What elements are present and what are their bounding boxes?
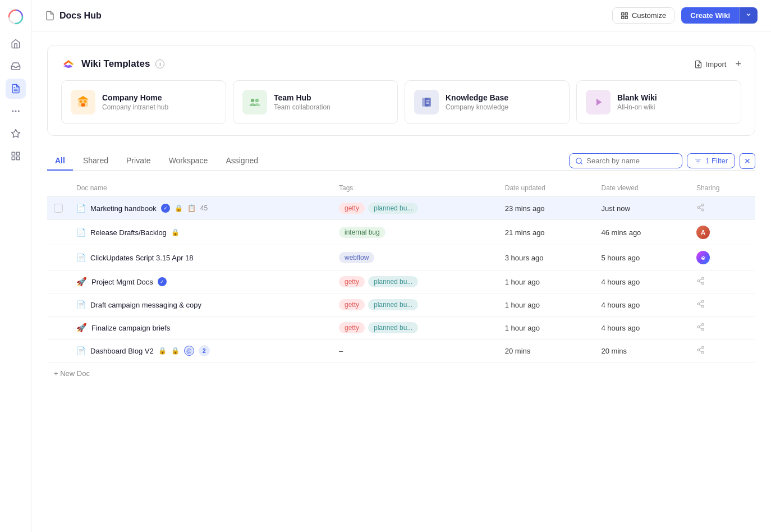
row-checkbox[interactable]: [54, 204, 63, 213]
header-title: Docs Hub: [45, 11, 605, 21]
share-icon[interactable]: [696, 204, 705, 213]
sidebar-icon-grid[interactable]: [6, 146, 26, 166]
sidebar-icon-docs[interactable]: [6, 79, 26, 99]
svg-rect-11: [622, 12, 624, 15]
doc-name-text[interactable]: Project Mgmt Docs: [91, 278, 153, 286]
tags-container: internal bug: [339, 227, 492, 238]
app-logo[interactable]: [6, 7, 26, 27]
header-actions: Customize Create Wiki: [612, 7, 758, 24]
tag-planned[interactable]: planned bu...: [368, 322, 418, 333]
tag-planned[interactable]: planned bu...: [368, 203, 418, 214]
template-blank-wiki[interactable]: Blank Wiki All-in-on wiki: [576, 80, 741, 124]
tabs-row: All Shared Private Workspace Assigned: [47, 152, 755, 171]
tag-internal[interactable]: internal bug: [339, 227, 386, 238]
row-checkbox-cell: [47, 245, 70, 270]
tab-workspace[interactable]: Workspace: [161, 152, 216, 171]
tag-getty[interactable]: getty: [339, 322, 365, 333]
row-date-viewed: 4 hours ago: [595, 317, 690, 340]
template-company-home[interactable]: Company Home Company intranet hub: [61, 80, 226, 124]
row-tags-cell: gettyplanned bu...: [332, 197, 498, 220]
doc-name-text[interactable]: Dashboard Blog V2: [90, 347, 154, 355]
row-checkbox-cell: [47, 270, 70, 293]
info-icon[interactable]: i: [155, 59, 164, 68]
doc-name-text[interactable]: Release Drafts/Backlog: [90, 228, 167, 237]
create-wiki-main[interactable]: Create Wiki: [681, 7, 739, 24]
doc-name-text[interactable]: Marketing handbook: [90, 204, 157, 213]
row-sharing-cell: [690, 293, 755, 317]
template-team-hub[interactable]: Team Hub Team collaboration: [233, 80, 398, 124]
tag-webflow[interactable]: webflow: [339, 252, 374, 263]
row-doc-name-cell: 📄Marketing handbook✓🔒📋45: [70, 197, 332, 220]
tag-planned[interactable]: planned bu...: [368, 276, 418, 287]
table-row: 🚀Project Mgmt Docs✓gettyplanned bu...1 h…: [47, 270, 755, 293]
share-icon[interactable]: [696, 300, 705, 310]
search-box[interactable]: [569, 153, 682, 168]
create-wiki-caret[interactable]: [739, 7, 758, 24]
doc-name-text[interactable]: Finalize campaign briefs: [91, 324, 170, 332]
col-sharing: Sharing: [690, 180, 755, 197]
doc-name-text[interactable]: ClickUpdates Script 3.15 Apr 18: [90, 254, 194, 262]
copy-count: 45: [200, 204, 208, 212]
tab-all[interactable]: All: [47, 152, 73, 171]
main-content: Docs Hub Customize Create Wiki: [31, 0, 771, 532]
svg-rect-19: [80, 100, 82, 103]
svg-point-5: [12, 111, 13, 112]
svg-line-53: [699, 302, 701, 303]
create-wiki-button[interactable]: Create Wiki: [681, 7, 758, 24]
import-button[interactable]: Import: [694, 60, 727, 68]
tab-shared[interactable]: Shared: [75, 152, 116, 171]
share-icon[interactable]: [696, 323, 705, 333]
main-area: Wiki Templates i Import +: [31, 31, 771, 532]
sidebar-icon-more[interactable]: [6, 101, 26, 121]
row-date-updated: 1 hour ago: [498, 270, 595, 293]
share-icon[interactable]: [696, 277, 705, 287]
svg-line-35: [581, 162, 582, 164]
sidebar-icon-home[interactable]: [6, 34, 26, 54]
svg-line-62: [699, 350, 701, 351]
templates-header: Wiki Templates i Import +: [61, 57, 741, 71]
svg-rect-21: [81, 103, 85, 106]
lock-icon: 🔒: [175, 204, 183, 212]
doc-name-container: 📄Marketing handbook✓🔒📋45: [76, 204, 325, 213]
row-doc-name-cell: 📄ClickUpdates Script 3.15 Apr 18: [70, 245, 332, 270]
tag-getty[interactable]: getty: [339, 203, 365, 214]
no-tags: –: [339, 347, 343, 355]
new-doc-row[interactable]: + New Doc: [47, 363, 755, 384]
template-text-knowledge: Knowledge Base Company knowledge: [446, 93, 508, 111]
share-icon[interactable]: [696, 346, 705, 356]
svg-line-52: [699, 304, 701, 305]
sidebar-icon-inbox[interactable]: [6, 56, 26, 76]
customize-button[interactable]: Customize: [612, 7, 674, 24]
row-date-viewed: Just now: [595, 197, 690, 220]
tab-private[interactable]: Private: [118, 152, 159, 171]
tags-container: gettyplanned bu...: [339, 203, 492, 214]
doc-icon: 📄: [76, 204, 86, 213]
svg-rect-12: [625, 12, 627, 15]
templates-title-text: Wiki Templates: [81, 58, 150, 70]
tag-getty[interactable]: getty: [339, 276, 365, 287]
row-date-updated: 21 mins ago: [498, 220, 595, 245]
add-template-button[interactable]: +: [735, 58, 741, 70]
row-doc-name-cell: 🚀Finalize campaign briefs: [70, 317, 332, 340]
filter-label: 1 Filter: [705, 157, 728, 165]
template-text-team: Team Hub Team collaboration: [274, 93, 331, 111]
tag-planned[interactable]: planned bu...: [368, 299, 418, 310]
filter-close-button[interactable]: ✕: [740, 153, 755, 169]
svg-marker-6: [11, 130, 20, 137]
row-tags-cell: webflow: [332, 245, 498, 270]
doc-name-text[interactable]: Draft campaign messaging & copy: [90, 301, 201, 309]
filter-icon: [694, 157, 702, 165]
tab-assigned[interactable]: Assigned: [218, 152, 266, 171]
col-date-viewed: Date viewed: [595, 180, 690, 197]
template-knowledge-base[interactable]: Knowledge Base Company knowledge: [405, 80, 570, 124]
search-icon: [575, 157, 583, 165]
search-input[interactable]: [586, 157, 676, 165]
col-checkbox: [47, 180, 70, 197]
row-tags-cell: gettyplanned bu...: [332, 293, 498, 317]
sidebar-icon-star[interactable]: [6, 123, 26, 144]
row-date-updated: 1 hour ago: [498, 293, 595, 317]
mention-avatar: @: [184, 346, 194, 356]
lock-icon: 🔒: [158, 347, 167, 355]
tag-getty[interactable]: getty: [339, 299, 365, 310]
filter-button[interactable]: 1 Filter: [687, 153, 735, 168]
